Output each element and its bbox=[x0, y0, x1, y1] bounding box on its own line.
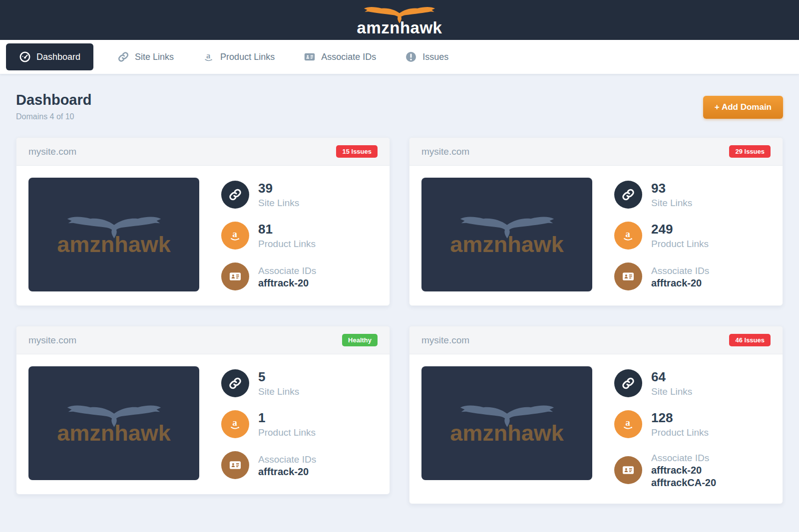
domain-name: mysite.com bbox=[28, 335, 76, 346]
product-links-stat: 1 Product Links bbox=[221, 410, 316, 438]
id-card-icon bbox=[614, 456, 642, 484]
nav-tab-associate-ids[interactable]: Associate IDs bbox=[299, 44, 381, 70]
id-card-icon bbox=[221, 263, 249, 290]
domain-card[interactable]: mysite.com 15 Issues amznhawk 39 Site Li… bbox=[16, 137, 390, 306]
card-stats: 93 Site Links 249 Product Links Associat… bbox=[614, 178, 709, 293]
id-card-icon bbox=[221, 451, 249, 479]
site-links-label: Site Links bbox=[258, 198, 299, 209]
site-thumbnail: amznhawk bbox=[28, 366, 199, 480]
site-thumbnail: amznhawk bbox=[421, 178, 592, 291]
card-body: amznhawk 39 Site Links 81 Product Links bbox=[16, 166, 390, 305]
product-links-stat: 81 Product Links bbox=[221, 222, 316, 250]
product-links-label: Product Links bbox=[258, 239, 316, 250]
card-body: amznhawk 64 Site Links 128 Product Links bbox=[409, 354, 783, 504]
nav-label: Product Links bbox=[220, 52, 275, 62]
product-links-count: 128 bbox=[651, 410, 709, 426]
amazon-icon bbox=[221, 410, 249, 438]
nav-label: Issues bbox=[422, 52, 448, 62]
amazon-icon bbox=[614, 222, 642, 250]
exclamation-icon bbox=[405, 51, 417, 63]
link-icon bbox=[614, 369, 642, 397]
associate-ids-label: Associate IDs bbox=[258, 266, 316, 276]
amazon-icon bbox=[614, 410, 642, 438]
associate-id-value: afftrack-20 bbox=[258, 466, 316, 478]
associate-ids-stat: Associate IDs afftrack-20 bbox=[221, 451, 316, 479]
site-links-stat: 5 Site Links bbox=[221, 369, 316, 397]
nav-tab-product-links[interactable]: Product Links bbox=[198, 44, 280, 70]
nav-tab-issues[interactable]: Issues bbox=[400, 44, 453, 70]
domain-name: mysite.com bbox=[421, 335, 469, 346]
domain-cards-grid: mysite.com 15 Issues amznhawk 39 Site Li… bbox=[16, 137, 783, 504]
nav-tab-dashboard[interactable]: Dashboard bbox=[6, 43, 93, 70]
site-links-count: 5 bbox=[258, 369, 299, 385]
associate-id-value: afftrack-20 bbox=[651, 277, 709, 289]
card-stats: 39 Site Links 81 Product Links Associate… bbox=[221, 178, 316, 293]
brand-logo: amznhawk bbox=[357, 4, 442, 36]
add-domain-button[interactable]: + Add Domain bbox=[703, 96, 783, 119]
thumbnail-brand-text: amznhawk bbox=[450, 422, 564, 444]
issues-badge: 15 Issues bbox=[336, 145, 378, 158]
associate-ids-label: Associate IDs bbox=[258, 454, 316, 465]
domain-name: mysite.com bbox=[28, 146, 76, 157]
site-links-count: 39 bbox=[258, 181, 299, 196]
nav-label: Dashboard bbox=[36, 52, 80, 62]
nav-tab-site-links[interactable]: Site Links bbox=[112, 44, 179, 70]
site-links-count: 64 bbox=[651, 369, 692, 385]
site-links-stat: 64 Site Links bbox=[614, 369, 716, 397]
product-links-count: 81 bbox=[258, 222, 316, 237]
main-content: Dashboard Domains 4 of 10 + Add Domain m… bbox=[0, 74, 799, 504]
thumbnail-brand-text: amznhawk bbox=[57, 233, 171, 256]
card-stats: 64 Site Links 128 Product Links Associat… bbox=[614, 366, 716, 492]
gauge-icon bbox=[19, 51, 31, 63]
domain-card[interactable]: mysite.com Healthy amznhawk 5 Site Links bbox=[16, 326, 390, 495]
domain-name: mysite.com bbox=[421, 146, 469, 157]
healthy-badge: Healthy bbox=[342, 334, 378, 346]
associate-ids-label: Associate IDs bbox=[651, 453, 716, 464]
main-nav: Dashboard Site Links Product Links Assoc… bbox=[0, 40, 799, 74]
domains-count: Domains 4 of 10 bbox=[16, 112, 91, 121]
page-head: Dashboard Domains 4 of 10 + Add Domain bbox=[16, 92, 783, 121]
product-links-stat: 249 Product Links bbox=[614, 222, 709, 250]
nav-label: Associate IDs bbox=[321, 52, 376, 62]
card-header: mysite.com Healthy bbox=[16, 326, 390, 354]
amazon-icon bbox=[221, 222, 249, 250]
card-stats: 5 Site Links 1 Product Links Associate I… bbox=[221, 366, 316, 482]
site-thumbnail: amznhawk bbox=[421, 366, 592, 480]
nav-label: Site Links bbox=[135, 52, 174, 62]
link-icon bbox=[614, 181, 642, 209]
id-card-icon bbox=[304, 51, 316, 63]
site-links-stat: 93 Site Links bbox=[614, 181, 709, 209]
associate-ids-label: Associate IDs bbox=[651, 266, 709, 276]
app-header: amznhawk bbox=[0, 0, 799, 40]
product-links-label: Product Links bbox=[258, 427, 316, 438]
amazon-icon bbox=[203, 51, 215, 63]
product-links-count: 249 bbox=[651, 222, 709, 237]
link-icon bbox=[221, 181, 249, 209]
domain-card[interactable]: mysite.com 46 Issues amznhawk 64 Site Li… bbox=[409, 326, 783, 504]
site-links-stat: 39 Site Links bbox=[221, 181, 316, 209]
product-links-label: Product Links bbox=[651, 239, 709, 250]
product-links-stat: 128 Product Links bbox=[614, 410, 716, 438]
issues-badge: 29 Issues bbox=[729, 145, 771, 158]
link-icon bbox=[117, 51, 129, 63]
associate-ids-stat: Associate IDs afftrack-20 bbox=[614, 263, 709, 290]
product-links-count: 1 bbox=[258, 410, 316, 426]
thumbnail-brand-text: amznhawk bbox=[450, 233, 564, 256]
id-card-icon bbox=[614, 263, 642, 290]
card-body: amznhawk 5 Site Links 1 Product Links bbox=[16, 354, 390, 494]
card-body: amznhawk 93 Site Links 249 Product Links bbox=[409, 166, 783, 305]
card-header: mysite.com 29 Issues bbox=[409, 138, 783, 166]
site-links-label: Site Links bbox=[651, 198, 692, 209]
associate-id-value: afftrackCA-20 bbox=[651, 477, 716, 489]
page-title: Dashboard bbox=[16, 92, 91, 108]
card-header: mysite.com 46 Issues bbox=[409, 326, 783, 354]
site-links-label: Site Links bbox=[651, 386, 692, 397]
domain-card[interactable]: mysite.com 29 Issues amznhawk 93 Site Li… bbox=[409, 137, 783, 306]
card-header: mysite.com 15 Issues bbox=[16, 138, 390, 166]
issues-badge: 46 Issues bbox=[729, 334, 771, 346]
associate-id-value: afftrack-20 bbox=[651, 465, 716, 476]
thumbnail-brand-text: amznhawk bbox=[57, 422, 171, 444]
site-thumbnail: amznhawk bbox=[28, 178, 199, 291]
brand-name: amznhawk bbox=[357, 19, 442, 36]
product-links-label: Product Links bbox=[651, 427, 709, 438]
